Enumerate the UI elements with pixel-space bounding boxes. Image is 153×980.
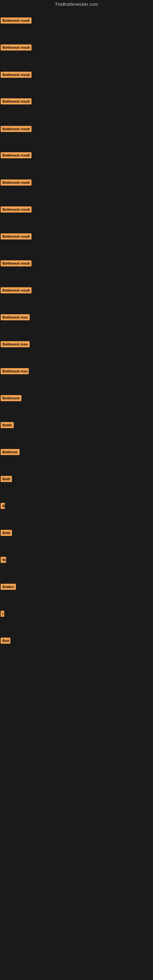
bottleneck-badge-9[interactable]: Bottleneck result [1, 233, 32, 240]
bottleneck-item-13[interactable]: Bottleneck resu [1, 341, 30, 348]
bottleneck-badge-20[interactable]: Bottl [1, 530, 12, 536]
bottleneck-badge-16[interactable]: Bottle [1, 422, 14, 428]
bottleneck-item-5[interactable]: Bottleneck result [1, 126, 32, 133]
bottleneck-badge-12[interactable]: Bottleneck resu [1, 314, 30, 320]
bottleneck-badge-14[interactable]: Bottleneck resu [1, 368, 29, 374]
bottleneck-item-23[interactable]: | [1, 611, 4, 618]
bottleneck-item-12[interactable]: Bottleneck resu [1, 314, 30, 321]
bottleneck-badge-23[interactable]: | [1, 611, 4, 617]
bottleneck-item-17[interactable]: Bottlenec [1, 449, 19, 456]
bottleneck-item-14[interactable]: Bottleneck resu [1, 368, 29, 375]
bottleneck-badge-5[interactable]: Bottleneck result [1, 126, 32, 132]
bottleneck-item-7[interactable]: Bottleneck result [1, 180, 32, 187]
bottleneck-badge-2[interactable]: Bottleneck result [1, 45, 32, 51]
site-title-bar: TheBottlenecker.com [0, 0, 153, 9]
bottleneck-badge-24[interactable]: Bott [1, 638, 10, 644]
bottleneck-item-22[interactable]: Bottlen [1, 584, 16, 591]
bottleneck-badge-8[interactable]: Bottleneck result [1, 207, 32, 213]
bottleneck-item-9[interactable]: Bottleneck result [1, 233, 32, 241]
bottleneck-item-8[interactable]: Bottleneck result [1, 207, 32, 214]
bottleneck-badge-4[interactable]: Bottleneck result [1, 98, 32, 105]
bottleneck-item-20[interactable]: Bottl [1, 530, 12, 537]
bottleneck-list [0, 9, 153, 11]
bottleneck-item-15[interactable]: Bottleneck [1, 395, 21, 402]
bottleneck-badge-17[interactable]: Bottlenec [1, 449, 19, 455]
bottleneck-badge-11[interactable]: Bottleneck result [1, 287, 32, 293]
bottleneck-item-4[interactable]: Bottleneck result [1, 98, 32, 106]
bottleneck-badge-7[interactable]: Bottleneck result [1, 180, 32, 186]
bottleneck-badge-15[interactable]: Bottleneck [1, 395, 21, 401]
bottleneck-item-3[interactable]: Bottleneck result [1, 72, 32, 79]
bottleneck-item-21[interactable]: Bo [1, 557, 6, 564]
bottleneck-badge-19[interactable]: B [1, 503, 5, 509]
bottleneck-item-1[interactable]: Bottleneck result [1, 18, 32, 25]
bottleneck-badge-13[interactable]: Bottleneck resu [1, 341, 30, 347]
bottleneck-item-2[interactable]: Bottleneck result [1, 45, 32, 52]
bottleneck-badge-1[interactable]: Bottleneck result [1, 18, 32, 24]
bottleneck-badge-21[interactable]: Bo [1, 557, 6, 563]
site-title: TheBottlenecker.com [0, 0, 153, 9]
bottleneck-badge-22[interactable]: Bottlen [1, 584, 16, 590]
bottleneck-item-24[interactable]: Bott [1, 638, 10, 645]
bottleneck-item-16[interactable]: Bottle [1, 422, 14, 430]
bottleneck-badge-10[interactable]: Bottleneck result [1, 260, 32, 266]
bottleneck-badge-3[interactable]: Bottleneck result [1, 72, 32, 78]
bottleneck-item-11[interactable]: Bottleneck result [1, 287, 32, 294]
bottleneck-item-18[interactable]: Bottl [1, 476, 12, 483]
bottleneck-item-6[interactable]: Bottleneck result [1, 152, 32, 159]
bottleneck-item-10[interactable]: Bottleneck result [1, 260, 32, 268]
bottleneck-badge-6[interactable]: Bottleneck result [1, 152, 32, 158]
bottleneck-item-19[interactable]: B [1, 503, 5, 510]
bottleneck-badge-18[interactable]: Bottl [1, 476, 12, 482]
